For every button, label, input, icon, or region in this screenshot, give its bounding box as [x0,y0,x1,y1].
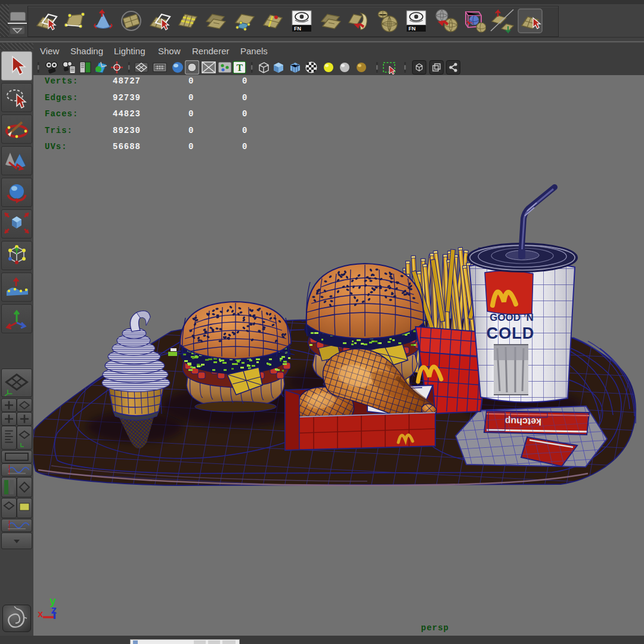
svg-text:x: x [38,609,44,620]
svg-text:FN: FN [408,26,416,32]
svg-text:COLD: COLD [487,324,535,342]
svg-text:persp: persp [421,623,449,633]
svg-text:z: z [51,605,57,617]
svg-text:FN: FN [294,26,301,32]
svg-text:T: T [237,63,243,73]
svg-text:GOOD ’N: GOOD ’N [490,312,534,323]
